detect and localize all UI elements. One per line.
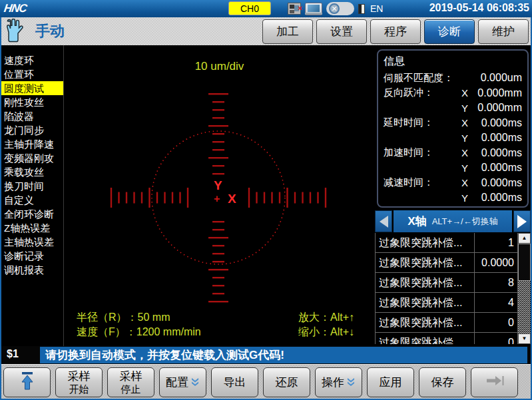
sidebar-item-4[interactable]: 刚性攻丝 <box>1 95 63 109</box>
y-axis-tick <box>208 125 228 126</box>
y-axis-tick <box>212 261 224 262</box>
table-row[interactable]: 过象限突跳补偿...8 <box>375 273 518 293</box>
right-panel: 信息 伺服不匹配度：0.000um反向跃冲：X0.000mmY0.000mm延时… <box>375 45 531 346</box>
y-axis-tick <box>212 101 224 102</box>
tab-4[interactable]: 诊断 <box>424 19 475 44</box>
softkey-操作[interactable]: 操作 <box>315 367 362 397</box>
param-value[interactable]: 4 <box>475 293 518 312</box>
sidebar-item-5[interactable]: 陷波器 <box>1 109 63 123</box>
sidebar-item-8[interactable]: 变频器刚攻 <box>1 151 63 165</box>
softkey-jump-top[interactable] <box>3 367 51 397</box>
x-axis-tick <box>294 192 296 204</box>
info-value: 0.000um <box>474 72 522 84</box>
sidebar-item-16[interactable]: 调机报表 <box>1 263 63 277</box>
table-row[interactable]: 过象限突跳补偿...4 <box>375 293 518 313</box>
param-name: 过象限突跳补偿... <box>375 333 475 344</box>
scroll-up-button[interactable]: ▲ <box>518 233 531 244</box>
y-axis-tick <box>208 93 228 95</box>
y-axis-tick <box>212 117 224 118</box>
table-row[interactable]: 过象限突跳补偿...0.0000 <box>375 253 518 273</box>
jump-top-icon <box>19 371 36 394</box>
sidebar-item-15[interactable]: 诊断记录 <box>1 249 63 263</box>
scroll-track[interactable] <box>518 281 531 333</box>
softkey-还原[interactable]: 还原 <box>263 367 310 397</box>
info-value: 0.000ms <box>474 117 522 129</box>
softkey-采样-停止[interactable]: 采样停止 <box>107 367 154 397</box>
info-row: Y0.000mm <box>384 100 522 116</box>
softkey-next-page[interactable] <box>471 367 518 397</box>
x-axis-tick <box>286 188 288 208</box>
tab-2[interactable]: 设置 <box>316 19 367 44</box>
table-scrollbar[interactable]: ▲ ▼ <box>518 233 531 344</box>
x-axis-tick <box>325 188 326 208</box>
sidebar-item-3[interactable]: 圆度测试 <box>1 81 63 95</box>
circularity-plot: YX+ <box>64 45 375 346</box>
sidebar-item-10[interactable]: 换刀时间 <box>1 179 63 193</box>
scroll-down-button[interactable]: ▼ <box>518 333 531 344</box>
next-axis-button[interactable] <box>513 210 531 232</box>
feed-label: 速度（F）：1200 mm/min <box>77 325 201 339</box>
disconnect-icon: ✕ <box>326 2 354 15</box>
tab-3[interactable]: 程序 <box>370 19 421 44</box>
sidebar-item-11[interactable]: 自定义 <box>1 193 63 207</box>
sidebar-item-6[interactable]: 龙门同步 <box>1 123 63 137</box>
y-axis-tick <box>212 173 224 174</box>
radius-label: 半径（R）：50 mm <box>77 310 201 325</box>
y-axis-tick <box>208 301 228 302</box>
softkey-label-row: 操作 <box>322 376 356 389</box>
y-axis-label: Y <box>214 178 222 192</box>
scroll-thumb[interactable] <box>518 244 531 281</box>
info-axis: X <box>455 87 474 99</box>
center-marker: + <box>214 193 220 204</box>
x-axis-tick <box>302 192 303 204</box>
softkey-label: 应用 <box>380 376 402 389</box>
softkey-label: 导出 <box>224 376 246 389</box>
prev-axis-button[interactable] <box>375 210 392 232</box>
tab-1[interactable]: 加工 <box>262 19 313 44</box>
param-value[interactable]: 0 <box>475 333 518 344</box>
plot-zoom-hints: 放大：Alt+↑ 缩小：Alt+↓ <box>298 310 354 339</box>
param-value[interactable]: 0 <box>475 313 518 332</box>
tab-5[interactable]: 维护 <box>478 19 529 44</box>
x-axis-tick <box>187 188 188 208</box>
param-name: 过象限突跳补偿... <box>375 253 475 272</box>
x-axis-tick <box>317 192 318 204</box>
sidebar-item-2[interactable]: 位置环 <box>1 67 63 81</box>
x-axis-tick <box>172 192 173 204</box>
table-row[interactable]: 过象限突跳补偿...0 <box>375 333 518 344</box>
info-value: 0.000mm <box>474 102 522 114</box>
param-value[interactable]: 1 <box>475 233 518 252</box>
sidebar-item-12[interactable]: 全闭环诊断 <box>1 207 63 221</box>
info-value: 0.000mm <box>474 87 522 99</box>
softkey-bar: 采样开始采样停止配置导出还原操作应用保存 <box>0 364 532 399</box>
softkey-导出[interactable]: 导出 <box>211 367 258 397</box>
table-row[interactable]: 过象限突跳补偿...0 <box>375 313 518 333</box>
info-value: 0.000ms <box>474 177 522 189</box>
softkey-label: 采样 <box>120 370 142 383</box>
info-label: 减速时间： <box>384 176 455 189</box>
channel-label: $1 <box>7 348 19 360</box>
x-axis-tick <box>133 192 134 204</box>
softkey-保存[interactable]: 保存 <box>419 367 466 397</box>
sidebar-item-1[interactable]: 速度环 <box>1 53 63 67</box>
softkey-配置[interactable]: 配置 <box>159 367 206 397</box>
top-status-bar: HNC CH0 ✕ ✕ EN 2019-05-14 06:08:35 <box>0 0 532 17</box>
sidebar-item-14[interactable]: 主轴热误差 <box>1 235 63 249</box>
param-value[interactable]: 0.0000 <box>475 253 518 272</box>
softkey-应用[interactable]: 应用 <box>367 367 414 397</box>
softkey-采样-开始[interactable]: 采样开始 <box>55 367 103 397</box>
chevron-double-down-icon <box>190 376 200 389</box>
channel-badge: CH0 <box>228 1 271 15</box>
sidebar-item-9[interactable]: 乘载攻丝 <box>1 165 63 179</box>
x-axis-tick <box>271 192 272 204</box>
param-value[interactable]: 8 <box>475 273 518 292</box>
y-axis-tick <box>212 245 224 246</box>
table-row[interactable]: 过象限突跳补偿...1 <box>375 233 518 253</box>
sidebar-item-7[interactable]: 主轴升降速 <box>1 137 63 151</box>
info-axis: X <box>455 147 474 158</box>
x-axis-tick <box>148 188 150 208</box>
info-label: 伺服不匹配度： <box>384 72 455 85</box>
x-axis-tick <box>179 192 180 204</box>
sidebar-item-13[interactable]: Z轴热误差 <box>1 221 63 235</box>
circularity-plot-area: 10 um/div YX+ 半径（R）：50 mm 速度（F）：1200 mm/… <box>64 45 375 346</box>
